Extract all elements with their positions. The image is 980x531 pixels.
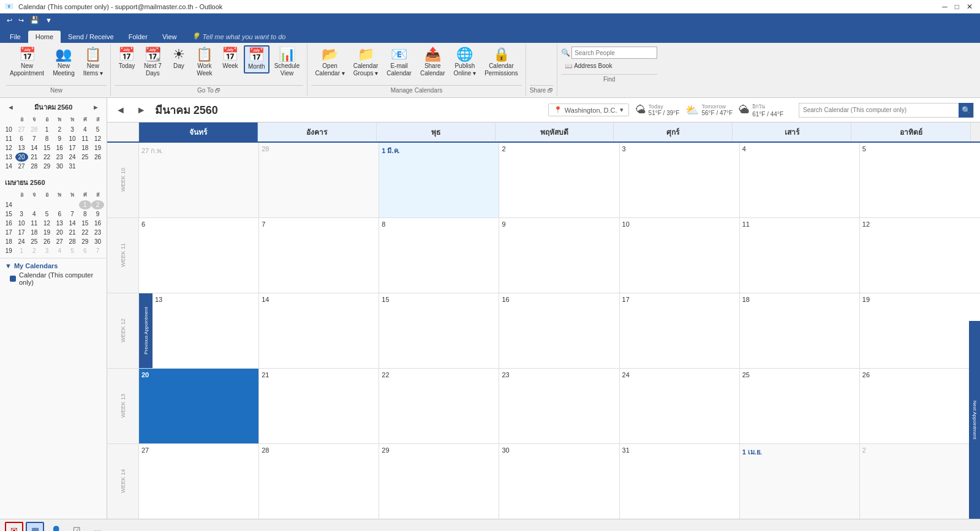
mini-day[interactable]: 25 — [28, 237, 41, 246]
mini-day[interactable]: 8 — [40, 134, 53, 143]
mini-day[interactable]: 30 — [53, 162, 66, 171]
mini-day[interactable]: 1 — [15, 246, 28, 255]
mini-cal-next[interactable]: ► — [90, 104, 102, 111]
cell-mar24[interactable]: 24 — [620, 369, 740, 443]
cell-mar26[interactable]: 26 — [860, 369, 980, 443]
cell-mar5[interactable]: 5 — [860, 143, 980, 217]
cell-apr2[interactable]: 2 — [860, 444, 980, 519]
new-meeting-button[interactable]: 👥 NewMeeting — [49, 45, 78, 80]
mini-day[interactable]: 11 — [79, 134, 92, 143]
cell-mar25[interactable]: 25 — [740, 369, 860, 443]
mini-day[interactable]: 7 — [66, 209, 79, 219]
tab-send-receive[interactable]: Send / Receive — [61, 31, 121, 43]
calendar-this-computer[interactable]: Calendar (This computer only) — [5, 269, 102, 288]
mini-day[interactable]: 26 — [91, 153, 104, 162]
cell-mar30[interactable]: 30 — [499, 444, 619, 519]
mini-day[interactable]: 20 — [53, 228, 66, 237]
mini-day[interactable]: 28 — [66, 237, 79, 246]
next-month-btn[interactable]: ► — [134, 104, 149, 117]
mini-day[interactable]: 13 — [15, 143, 28, 153]
cell-mar22[interactable]: 22 — [379, 369, 499, 443]
mini-day[interactable]: 27 — [53, 237, 66, 246]
mini-day[interactable]: 19 — [40, 228, 53, 237]
mini-day[interactable]: 4 — [79, 125, 92, 134]
cell-mar19[interactable]: 19 — [860, 293, 980, 368]
mini-day[interactable]: 28 — [28, 162, 41, 171]
cell-mar12[interactable]: 12 — [860, 218, 980, 293]
mini-day[interactable]: 18 — [79, 143, 92, 153]
mini-day[interactable]: 8 — [79, 209, 92, 219]
mini-day[interactable]: 17 — [66, 143, 79, 153]
mini-day[interactable]: 2 — [28, 246, 41, 255]
cell-mar15[interactable]: 15 — [379, 293, 499, 368]
next-appointment-bar[interactable]: Next Appointment — [969, 321, 980, 519]
mini-day[interactable]: 14 — [28, 143, 41, 153]
mini-day[interactable]: 23 — [91, 228, 104, 237]
cell-mar23[interactable]: 23 — [499, 369, 619, 443]
prev-appointment-bar[interactable]: Previous Appointment — [139, 293, 153, 368]
mini-day[interactable]: 15 — [79, 219, 92, 228]
mini-day[interactable]: 21 — [28, 153, 41, 162]
mini-day[interactable]: 28 — [28, 125, 41, 134]
cell-mar6[interactable]: 6 — [139, 218, 259, 293]
mini-day[interactable]: 27 — [15, 125, 28, 134]
mini-day[interactable]: 27 — [15, 162, 28, 171]
cell-mar21[interactable]: 21 — [259, 369, 379, 443]
search-calendar-input[interactable] — [799, 105, 959, 115]
mini-day[interactable]: 3 — [66, 125, 79, 134]
nav-more-btn[interactable]: ··· — [88, 522, 107, 532]
week-button[interactable]: 📅 Week — [218, 45, 243, 72]
nav-people-btn[interactable]: 👤 — [47, 522, 65, 532]
maximize-btn[interactable]: □ — [952, 2, 962, 11]
today-button[interactable]: 📅 Today — [115, 45, 139, 72]
mini-day[interactable]: 15 — [40, 143, 53, 153]
tab-home[interactable]: Home — [28, 31, 61, 43]
cell-mar14[interactable]: 14 — [259, 293, 379, 368]
cell-mar27[interactable]: 27 — [139, 444, 259, 519]
save-btn[interactable]: 💾 — [28, 16, 41, 24]
cell-mar18[interactable]: 18 — [740, 293, 860, 368]
mini-day[interactable]: 22 — [40, 153, 53, 162]
cell-mar17[interactable]: 17 — [620, 293, 740, 368]
mini-day[interactable]: 7 — [28, 134, 41, 143]
cell-mar2[interactable]: 2 — [499, 143, 619, 217]
mini-day[interactable]: 6 — [79, 246, 92, 255]
mini-day[interactable]: 4 — [53, 246, 66, 255]
search-calendar-button[interactable]: 🔍 — [959, 103, 973, 118]
mini-day[interactable]: 10 — [15, 219, 28, 228]
cell-mar1[interactable]: 1 มี.ค. — [379, 143, 499, 217]
day-button[interactable]: ☀ Day — [167, 45, 191, 72]
search-people-input[interactable] — [571, 47, 657, 59]
cell-mar31[interactable]: 31 — [620, 444, 740, 519]
calendar-groups-button[interactable]: 📁 CalendarGroups ▾ — [350, 45, 382, 80]
mini-day[interactable]: 7 — [91, 246, 104, 255]
month-button[interactable]: 📅 Month — [244, 45, 270, 73]
mini-day[interactable]: 9 — [91, 209, 104, 219]
cell-mar28[interactable]: 28 — [259, 444, 379, 519]
mini-day[interactable]: 16 — [53, 143, 66, 153]
tab-view[interactable]: View — [155, 31, 184, 43]
mini-day[interactable]: 29 — [40, 162, 53, 171]
next7days-button[interactable]: 📆 Next 7Days — [140, 45, 165, 80]
tab-folder[interactable]: Folder — [121, 31, 155, 43]
address-book-button[interactable]: 📖 Address Book — [561, 61, 657, 71]
undo-btn[interactable]: ↩ — [5, 17, 14, 24]
cell-apr1[interactable]: 1 เม.ย. — [740, 444, 860, 519]
mini-day[interactable]: 1 — [40, 125, 53, 134]
new-appointment-button[interactable]: 📅 NewAppointment — [6, 45, 48, 80]
cell-mar8[interactable]: 8 — [379, 218, 499, 293]
mini-day[interactable]: 2 — [53, 125, 66, 134]
mini-day[interactable]: 16 — [91, 219, 104, 228]
mini-day[interactable]: 3 — [15, 209, 28, 219]
nav-calendar-btn[interactable]: ▦ — [26, 522, 44, 532]
mini-day[interactable]: 3 — [40, 246, 53, 255]
mini-day[interactable]: 9 — [53, 134, 66, 143]
cell-mar20-today[interactable]: 20 — [139, 369, 259, 443]
mini-day[interactable]: 5 — [91, 125, 104, 134]
new-items-button[interactable]: 📋 NewItems ▾ — [80, 45, 107, 80]
email-calendar-button[interactable]: 📧 E-mailCalendar — [383, 45, 415, 80]
schedule-view-button[interactable]: 📊 ScheduleView — [271, 45, 304, 80]
mini-day[interactable]: 18 — [28, 228, 41, 237]
cell-mar10[interactable]: 10 — [620, 218, 740, 293]
cell-feb27[interactable]: 27 ก.พ. — [139, 143, 259, 217]
